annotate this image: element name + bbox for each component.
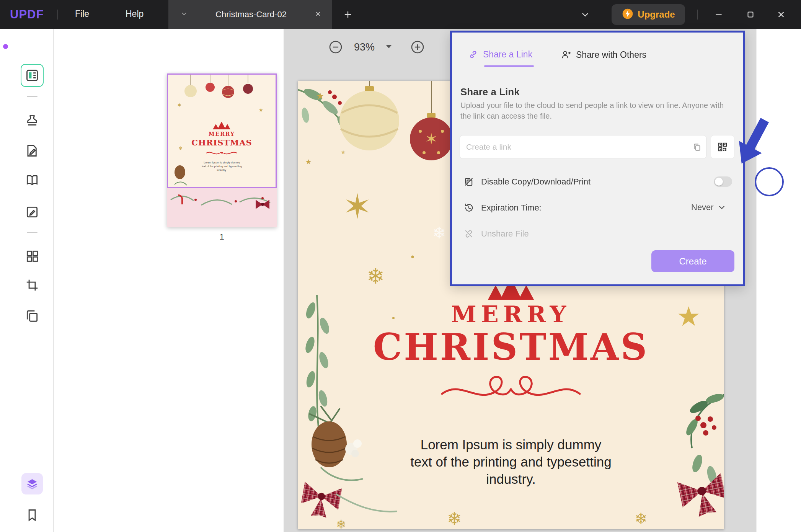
page-thumbnails-button[interactable]	[21, 64, 44, 87]
layers-button[interactable]	[21, 473, 43, 494]
titlebar-separator	[697, 10, 698, 20]
stamp-tool-button[interactable]	[24, 112, 41, 129]
tab-chevron-down-icon[interactable]	[180, 10, 188, 20]
window-close-button[interactable]	[773, 7, 790, 22]
create-button[interactable]: Create	[651, 250, 734, 272]
snowflake-icon: ❄	[635, 510, 648, 527]
collapse-handle[interactable]	[27, 232, 38, 233]
disable-copy-label: Disable Copy/Download/Print	[481, 177, 591, 187]
disable-copy-toggle[interactable]	[714, 176, 732, 187]
updf-window: UPDF File Help Christmas-Card-02 Upgrade	[0, 0, 801, 532]
disable-copy-row: Disable Copy/Download/Print	[463, 174, 731, 189]
annotate-tool-button[interactable]	[24, 142, 41, 159]
zoom-out-button[interactable]	[328, 39, 343, 55]
link-icon	[468, 49, 478, 60]
tab-share-with-others[interactable]: Share with Others	[561, 49, 646, 60]
tab-share-a-link[interactable]: Share a Link	[468, 49, 532, 60]
bookmark-button[interactable]	[24, 507, 41, 524]
zoom-level: 93%	[350, 41, 378, 53]
dialog-description: Upload your file to the cloud to send pe…	[460, 100, 733, 121]
tab-title: Christmas-Card-02	[188, 10, 314, 20]
toggle-knob	[715, 178, 723, 186]
unshare-label: Unshare File	[481, 229, 529, 239]
titlebar-separator	[57, 10, 58, 20]
pointer-arrow-annotation	[736, 115, 771, 168]
crop-tool-button[interactable]	[24, 277, 41, 294]
dialog-heading: Share a Link	[460, 86, 520, 98]
tab-close-icon[interactable]	[314, 10, 322, 20]
star-icon: ✶	[425, 130, 438, 148]
star-icon: ★	[316, 91, 325, 101]
page-thumbnail[interactable]: ✶ ★ ❄ MERRY CHRISTMAS Lorem Ipsum is sim…	[167, 73, 277, 227]
page-number: 1	[167, 232, 277, 242]
star-icon: ★	[305, 158, 312, 166]
copy-icon	[692, 142, 702, 152]
updf-logo: UPDF	[10, 8, 44, 21]
chevron-down-icon	[718, 205, 725, 210]
window-minimize-button[interactable]	[710, 7, 727, 22]
reader-tool-button[interactable]	[24, 172, 41, 189]
left-toolbar	[0, 29, 54, 532]
share-highlight-ring	[755, 167, 784, 196]
window-maximize-button[interactable]	[742, 7, 759, 22]
copy-pages-button[interactable]	[24, 307, 41, 324]
card-title-christmas: CHRISTMAS	[298, 326, 724, 368]
card-body-text: Lorem Ipsum is simply dummy text of the …	[298, 436, 724, 488]
right-toolbar	[756, 29, 801, 532]
panel-indicator-dot	[3, 44, 8, 49]
unshare-icon	[463, 228, 474, 239]
tab-list-chevron-icon[interactable]	[579, 10, 592, 19]
tab-share-a-link-label: Share a Link	[483, 49, 532, 60]
menu-help[interactable]: Help	[126, 9, 144, 19]
star-icon: ✶	[343, 186, 372, 227]
expiration-value: Never	[691, 202, 714, 212]
snowflake-icon: ❄	[432, 224, 446, 242]
titlebar: UPDF File Help Christmas-Card-02 Upgrade	[0, 0, 801, 29]
snowflake-icon: ❄	[336, 517, 346, 529]
zoom-dropdown-caret-icon[interactable]	[385, 44, 392, 51]
person-add-icon	[561, 49, 571, 60]
star-icon: ★	[341, 149, 346, 156]
document-tab[interactable]: Christmas-Card-02	[168, 0, 332, 29]
upgrade-icon	[622, 8, 634, 21]
flourish	[442, 377, 580, 395]
unshare-row[interactable]: Unshare File	[463, 226, 731, 242]
thumbnail-panel: ✶ ★ ❄ MERRY CHRISTMAS Lorem Ipsum is sim…	[54, 29, 284, 532]
link-input-wrap	[460, 135, 706, 159]
expiration-label: Expiration Time:	[481, 203, 542, 213]
edit-tool-button[interactable]	[24, 204, 41, 220]
disable-copy-icon	[463, 176, 474, 187]
tab-share-with-others-label: Share with Others	[576, 50, 646, 60]
zoom-controls: 93%	[328, 39, 425, 55]
snowflake-icon: ❄	[367, 264, 385, 289]
expiration-clock-icon	[463, 202, 474, 213]
organize-pages-button[interactable]	[24, 248, 41, 264]
collapse-handle[interactable]	[27, 96, 38, 97]
create-link-input[interactable]	[460, 135, 688, 158]
qr-code-icon	[717, 141, 728, 153]
copy-link-button[interactable]	[688, 135, 706, 158]
ornament-gold-ball	[339, 81, 399, 150]
snowflake-icon: ❄	[447, 508, 462, 529]
menu-file[interactable]: File	[75, 9, 89, 19]
qr-code-button[interactable]	[711, 135, 734, 159]
active-tab-underline	[484, 65, 534, 67]
greenery-bottom-left	[336, 494, 397, 512]
upgrade-button[interactable]: Upgrade	[612, 4, 685, 25]
expiration-select[interactable]: Never	[691, 202, 725, 212]
zoom-in-button[interactable]	[410, 39, 425, 55]
card-title-merry: MERRY	[298, 301, 724, 328]
upgrade-label: Upgrade	[638, 9, 675, 20]
ornament-red-ball: ✶	[410, 81, 453, 160]
thumbnail-viewport-indicator	[167, 73, 277, 188]
share-dialog: Share a Link Share with Others Share a L…	[450, 31, 745, 286]
new-tab-button[interactable]	[342, 8, 354, 21]
